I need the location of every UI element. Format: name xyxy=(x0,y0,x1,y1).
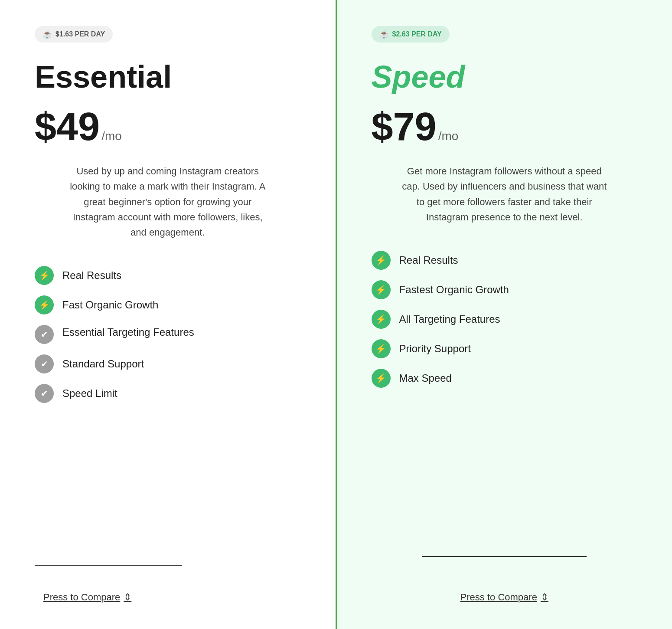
list-item: ✔ Essential Targeting Features xyxy=(35,325,301,344)
feature-label: Standard Support xyxy=(62,358,144,370)
speed-description: Get more Instagram followers without a s… xyxy=(400,164,608,225)
speed-per-day-badge: ☕ $2.63 PER DAY xyxy=(372,26,450,43)
list-item: ✔ Speed Limit xyxy=(35,384,301,403)
list-item: ⚡ Real Results xyxy=(35,266,301,285)
essential-plan-column: ☕ $1.63 PER DAY Essential $49 /mo Used b… xyxy=(0,0,337,629)
list-item: ⚡ Max Speed xyxy=(372,369,638,388)
bolt-icon: ⚡ xyxy=(35,295,54,314)
speed-per-day-label: $2.63 PER DAY xyxy=(392,30,442,38)
check-icon: ✔ xyxy=(35,325,54,344)
bolt-icon: ⚡ xyxy=(372,280,391,299)
essential-divider xyxy=(35,565,182,566)
feature-label: Speed Limit xyxy=(62,387,117,400)
bolt-icon: ⚡ xyxy=(372,251,391,270)
essential-price-period: /mo xyxy=(101,129,122,143)
essential-features-list: ⚡ Real Results ⚡ Fast Organic Growth ✔ E… xyxy=(35,266,301,403)
essential-compare-button[interactable]: Press to Compare ⇕ xyxy=(43,592,301,603)
speed-features-list: ⚡ Real Results ⚡ Fastest Organic Growth … xyxy=(372,251,638,388)
speed-plan-name: Speed xyxy=(372,60,638,94)
feature-label: Fastest Organic Growth xyxy=(399,284,509,296)
bolt-icon: ⚡ xyxy=(35,266,54,285)
essential-price-amount: $49 xyxy=(35,107,100,146)
feature-label: Max Speed xyxy=(399,372,452,384)
essential-price-container: $49 /mo xyxy=(35,107,301,146)
feature-label: Priority Support xyxy=(399,343,471,355)
list-item: ⚡ Priority Support xyxy=(372,339,638,358)
bolt-icon: ⚡ xyxy=(372,310,391,329)
feature-label: Real Results xyxy=(62,269,121,282)
speed-compare-button[interactable]: Press to Compare ⇕ xyxy=(460,592,548,603)
speed-price-amount: $79 xyxy=(372,107,437,146)
compare-symbol-speed: ⇕ xyxy=(541,592,548,603)
compare-symbol-essential: ⇕ xyxy=(124,592,131,603)
feature-label: All Targeting Features xyxy=(399,313,500,325)
check-icon: ✔ xyxy=(35,354,54,373)
speed-price-container: $79 /mo xyxy=(372,107,638,146)
coffee-icon-speed: ☕ xyxy=(379,29,389,39)
essential-plan-name: Essential xyxy=(35,60,301,94)
coffee-icon-essential: ☕ xyxy=(42,29,52,39)
speed-plan-column: ☕ $2.63 PER DAY Speed $79 /mo Get more I… xyxy=(337,0,672,629)
essential-description: Used by up and coming Instagram creators… xyxy=(64,164,272,240)
essential-per-day-label: $1.63 PER DAY xyxy=(55,30,105,38)
check-icon: ✔ xyxy=(35,384,54,403)
speed-divider xyxy=(422,556,587,557)
feature-label: Fast Organic Growth xyxy=(62,299,158,311)
list-item: ✔ Standard Support xyxy=(35,354,301,373)
feature-label: Essential Targeting Features xyxy=(62,325,194,340)
feature-label: Real Results xyxy=(399,254,458,266)
list-item: ⚡ All Targeting Features xyxy=(372,310,638,329)
essential-per-day-badge: ☕ $1.63 PER DAY xyxy=(35,26,113,43)
essential-compare-label: Press to Compare xyxy=(43,592,120,603)
pricing-container: ☕ $1.63 PER DAY Essential $49 /mo Used b… xyxy=(0,0,672,629)
speed-compare-label: Press to Compare xyxy=(460,592,537,603)
speed-price-period: /mo xyxy=(438,129,459,143)
list-item: ⚡ Real Results xyxy=(372,251,638,270)
list-item: ⚡ Fastest Organic Growth xyxy=(372,280,638,299)
bolt-icon: ⚡ xyxy=(372,369,391,388)
list-item: ⚡ Fast Organic Growth xyxy=(35,295,301,314)
bolt-icon: ⚡ xyxy=(372,339,391,358)
